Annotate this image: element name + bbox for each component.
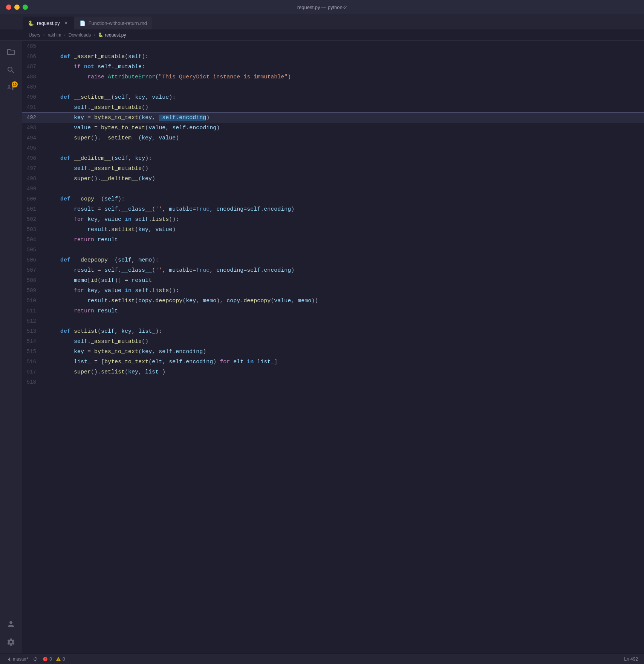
- activity-item-search[interactable]: [3, 62, 19, 78]
- tabs-bar: 🐍 request.py ✕ 📄 Function-without-return…: [0, 14, 644, 29]
- line-content: result.setlist(key, value): [44, 225, 176, 235]
- activity-item-account[interactable]: [3, 616, 19, 632]
- activity-bar: 10: [0, 41, 22, 653]
- error-icon: [43, 656, 48, 662]
- code-editor[interactable]: 485 486 def _assert_mutable(self): 487 i…: [22, 41, 644, 653]
- line-number: 486: [22, 52, 44, 62]
- line-number: 513: [22, 326, 44, 337]
- line-number: 512: [22, 316, 44, 326]
- window-title: request.py — python-2: [297, 5, 347, 10]
- line-number: 488: [22, 72, 44, 82]
- line-number: 502: [22, 214, 44, 225]
- table-row: 485: [22, 41, 644, 52]
- line-number: 493: [22, 123, 44, 133]
- breadcrumb-bar: Users › rakhim › Downloads › 🐍 request.p…: [0, 29, 644, 41]
- activity-item-explorer[interactable]: [3, 44, 19, 60]
- line-number: 497: [22, 164, 44, 174]
- table-row: 494 super().__setitem__(key, value): [22, 133, 644, 143]
- line-number: 506: [22, 255, 44, 265]
- table-row: 516 list_ = [bytes_to_text(elt, self.enc…: [22, 357, 644, 367]
- line-content: value = bytes_to_text(value, self.encodi…: [44, 123, 220, 133]
- status-branch[interactable]: master*: [6, 656, 28, 662]
- line-content: for key, value in self.lists():: [44, 286, 179, 296]
- tab-function-without-return[interactable]: 📄 Function-without-return.md: [74, 17, 152, 29]
- line-number: 485: [22, 41, 44, 52]
- table-row: 505: [22, 245, 644, 255]
- line-number: 507: [22, 265, 44, 275]
- line-content: def __deepcopy__(self, memo):: [44, 255, 159, 265]
- line-number: 501: [22, 204, 44, 214]
- git-branch-icon: [6, 656, 11, 662]
- source-control-badge: 10: [12, 81, 18, 87]
- activity-item-source-control[interactable]: 10: [3, 80, 19, 96]
- line-content: if not self._mutable:: [44, 62, 145, 72]
- maximize-button[interactable]: [23, 5, 28, 10]
- breadcrumb-users[interactable]: Users: [29, 32, 40, 38]
- title-bar: request.py — python-2: [0, 0, 644, 14]
- line-content: super().setlist(key, list_): [44, 367, 165, 377]
- breadcrumb-sep-3: ›: [93, 32, 96, 38]
- sync-icon: [33, 656, 38, 662]
- status-line-col[interactable]: Ln 492: [624, 656, 638, 662]
- line-content: key = bytes_to_text(key, self.encoding): [44, 113, 210, 123]
- activity-item-settings[interactable]: [3, 634, 19, 650]
- status-errors[interactable]: 0 0: [43, 656, 65, 662]
- table-row: 496 def __delitem__(self, key):: [22, 153, 644, 164]
- table-row: 514 self._assert_mutable(): [22, 337, 644, 347]
- tab-label: Function-without-return.md: [89, 20, 147, 26]
- line-number: 511: [22, 306, 44, 316]
- table-row: 506 def __deepcopy__(self, memo):: [22, 255, 644, 265]
- line-number: 508: [22, 275, 44, 286]
- line-content: self._assert_mutable(): [44, 337, 148, 347]
- tab-request-py[interactable]: 🐍 request.py ✕: [23, 17, 74, 29]
- table-row: 504 return result: [22, 235, 644, 245]
- table-row: 501 result = self.__class__('', mutable=…: [22, 204, 644, 214]
- line-col-text: Ln 492: [624, 656, 638, 662]
- line-number: 503: [22, 225, 44, 235]
- files-icon: [6, 47, 15, 57]
- line-number: 496: [22, 153, 44, 164]
- line-content: super().__delitem__(key): [44, 174, 155, 184]
- table-row: 503 result.setlist(key, value): [22, 225, 644, 235]
- line-content: def __setitem__(self, key, value):: [44, 92, 176, 103]
- error-count: 0: [49, 656, 52, 662]
- table-row: 510 result.setlist(copy.deepcopy(key, me…: [22, 296, 644, 306]
- table-row: 489: [22, 82, 644, 92]
- settings-icon: [6, 638, 15, 647]
- line-content: result.setlist(copy.deepcopy(key, memo),…: [44, 296, 318, 306]
- table-row: 512: [22, 316, 644, 326]
- breadcrumb-sep-2: ›: [64, 32, 66, 38]
- status-bar: master* 0 0 Ln 492: [0, 653, 644, 664]
- line-number: 510: [22, 296, 44, 306]
- line-number: 516: [22, 357, 44, 367]
- line-content: self._assert_mutable(): [44, 103, 148, 113]
- breadcrumb-rakhim[interactable]: rakhim: [48, 32, 61, 38]
- line-content: memo[id(self)] = result: [44, 275, 152, 286]
- table-row: 497 self._assert_mutable(): [22, 164, 644, 174]
- traffic-lights: [6, 5, 28, 10]
- close-button[interactable]: [6, 5, 11, 10]
- line-number: 517: [22, 367, 44, 377]
- line-content: def __delitem__(self, key):: [44, 153, 152, 164]
- table-row: 499: [22, 184, 644, 194]
- table-row: 490 def __setitem__(self, key, value):: [22, 92, 644, 103]
- status-sync[interactable]: [33, 656, 38, 662]
- line-content: def __copy__(self):: [44, 194, 125, 204]
- line-number: 491: [22, 103, 44, 113]
- branch-name: master*: [13, 656, 28, 662]
- line-number: 489: [22, 82, 44, 92]
- breadcrumb-downloads[interactable]: Downloads: [69, 32, 91, 38]
- tab-close-button[interactable]: ✕: [63, 20, 69, 26]
- table-row: 515 key = bytes_to_text(key, self.encodi…: [22, 347, 644, 357]
- line-content: return result: [44, 235, 118, 245]
- line-number: 518: [22, 377, 44, 387]
- breadcrumb-file[interactable]: 🐍 request.py: [98, 32, 126, 38]
- line-number: 515: [22, 347, 44, 357]
- table-row: 508 memo[id(self)] = result: [22, 275, 644, 286]
- table-row: 488 raise AttributeError("This QueryDict…: [22, 72, 644, 82]
- minimize-button[interactable]: [14, 5, 20, 10]
- table-row: 492 key = bytes_to_text(key, self.encodi…: [22, 113, 644, 123]
- table-row: 491 self._assert_mutable(): [22, 103, 644, 113]
- table-row: 517 super().setlist(key, list_): [22, 367, 644, 377]
- table-row: 493 value = bytes_to_text(value, self.en…: [22, 123, 644, 133]
